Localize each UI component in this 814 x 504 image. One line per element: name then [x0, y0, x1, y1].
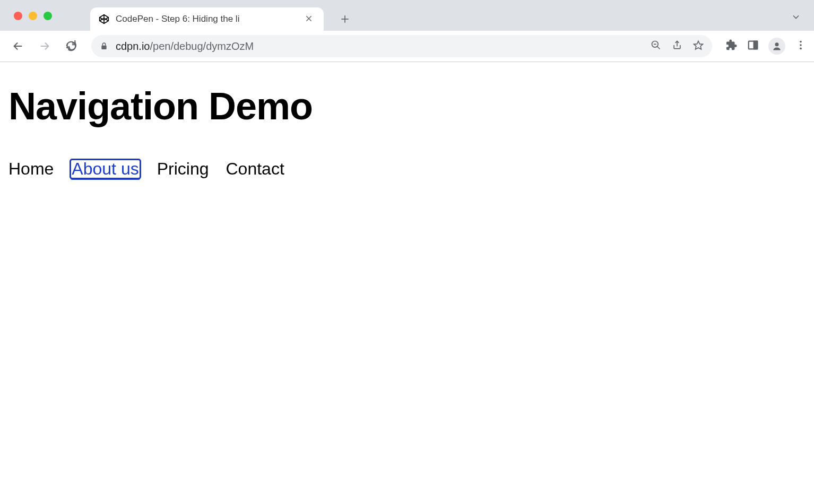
svg-point-17 [775, 42, 779, 46]
new-tab-button[interactable] [333, 7, 357, 31]
nav-link-contact[interactable]: Contact [226, 160, 284, 178]
page-heading: Navigation Demo [8, 84, 806, 128]
svg-line-11 [657, 47, 660, 49]
toolbar-right-icons [722, 38, 807, 55]
window-close-button[interactable] [14, 12, 22, 20]
svg-rect-9 [101, 46, 106, 49]
nav-link-pricing[interactable]: Pricing [157, 160, 209, 178]
svg-point-20 [800, 48, 802, 50]
address-bar[interactable]: cdpn.io/pen/debug/dymzOzM [91, 35, 712, 57]
main-nav: Home About us Pricing Contact [8, 160, 806, 178]
svg-marker-13 [694, 41, 703, 49]
svg-rect-16 [754, 41, 757, 49]
zoom-icon[interactable] [651, 40, 661, 53]
side-panel-icon[interactable] [747, 39, 759, 53]
window-controls [14, 12, 52, 20]
forward-button[interactable] [34, 36, 55, 57]
url-path: /pen/debug/dymzOzM [150, 40, 254, 52]
url-host: cdpn.io [116, 40, 150, 52]
kebab-menu-icon[interactable] [795, 39, 807, 53]
nav-link-home[interactable]: Home [8, 160, 54, 178]
nav-link-about[interactable]: About us [71, 160, 140, 178]
svg-point-18 [800, 41, 802, 43]
share-icon[interactable] [672, 40, 682, 53]
tab-title: CodePen - Step 6: Hiding the li [116, 14, 239, 24]
window-fullscreen-button[interactable] [44, 12, 52, 20]
browser-tab[interactable]: CodePen - Step 6: Hiding the li [90, 7, 324, 31]
browser-chrome: CodePen - Step 6: Hiding the li [0, 0, 814, 62]
url-text: cdpn.io/pen/debug/dymzOzM [116, 40, 643, 53]
extensions-icon[interactable] [726, 39, 738, 53]
lock-icon [100, 42, 108, 50]
reload-button[interactable] [60, 36, 82, 57]
tab-strip: CodePen - Step 6: Hiding the li [0, 0, 814, 31]
window-minimize-button[interactable] [29, 12, 37, 20]
back-button[interactable] [7, 36, 29, 57]
omnibox-actions [651, 40, 704, 53]
svg-point-19 [800, 44, 802, 46]
tab-search-button[interactable] [791, 12, 801, 24]
codepen-icon [99, 14, 109, 24]
bookmark-star-icon[interactable] [693, 40, 704, 53]
page-content: Navigation Demo Home About us Pricing Co… [0, 62, 814, 201]
profile-avatar[interactable] [768, 38, 785, 55]
tab-close-button[interactable] [302, 12, 315, 27]
browser-toolbar: cdpn.io/pen/debug/dymzOzM [0, 31, 814, 62]
